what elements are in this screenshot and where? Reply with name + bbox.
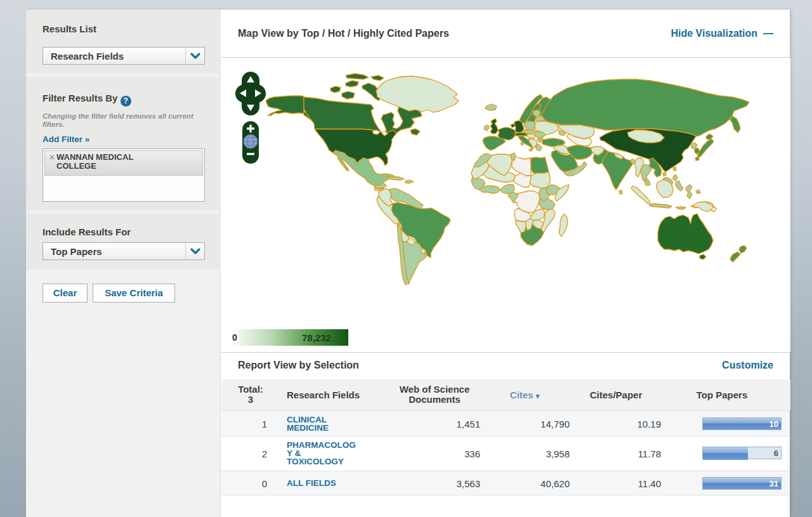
svg-text:78,232: 78,232 [302,332,331,343]
svg-text:0: 0 [232,332,237,343]
